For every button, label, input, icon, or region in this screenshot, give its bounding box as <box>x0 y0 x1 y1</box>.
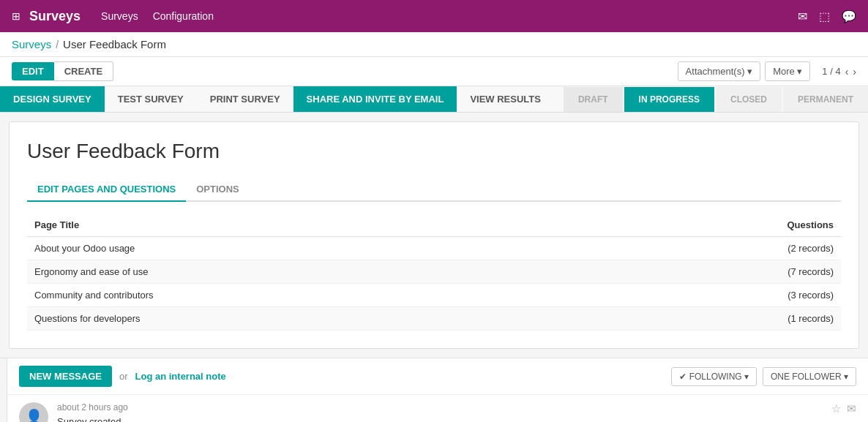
status-pipeline: DRAFT IN PROGRESS CLOSED PERMANENT <box>564 87 868 112</box>
app-grid-icon[interactable]: ⊞ <box>12 10 20 22</box>
inner-tabs: EDIT PAGES AND QUESTIONS OPTIONS <box>27 178 841 202</box>
more-button[interactable]: More ▾ <box>765 61 810 81</box>
chat-icon[interactable]: 💬 <box>842 10 856 23</box>
breadcrumb: Surveys / User Feedback Form <box>0 32 868 57</box>
message-actions: ☆ ✉ <box>831 402 856 415</box>
tab-print-survey[interactable]: PRINT SURVEY <box>197 86 293 112</box>
inner-tab-editpages[interactable]: EDIT PAGES AND QUESTIONS <box>27 178 186 202</box>
create-button[interactable]: CREATE <box>54 61 113 81</box>
inner-tab-options[interactable]: OPTIONS <box>186 178 250 202</box>
tab-design-survey[interactable]: DESIGN SURVEY <box>0 86 105 112</box>
status-closed[interactable]: CLOSED <box>716 87 782 112</box>
nav-surveys[interactable]: Surveys <box>101 10 138 22</box>
form-title: User Feedback Form <box>27 140 841 163</box>
table-row[interactable]: Questions for developers(1 records) <box>27 307 841 331</box>
next-button[interactable]: › <box>853 66 856 78</box>
cell-page-title: Ergonomy and ease of use <box>27 260 585 284</box>
cell-page-title: Questions for developers <box>27 307 585 331</box>
table-row[interactable]: Ergonomy and ease of use(7 records) <box>27 260 841 284</box>
cell-page-title: About your Odoo usage <box>27 237 585 260</box>
breadcrumb-separator: / <box>56 39 59 50</box>
edit-button[interactable]: EDIT <box>12 62 54 80</box>
following-button[interactable]: ✔ FOLLOWING ▾ <box>671 367 757 386</box>
cell-questions: (2 records) <box>585 237 841 260</box>
message-body: about 2 hours ago Survey created <box>57 402 823 422</box>
brand-logo: Surveys <box>29 9 81 24</box>
top-nav: ⊞ Surveys Surveys Configuration ✉ ⬚ 💬 <box>0 0 868 32</box>
nav-right-icons: ✉ ⬚ 💬 <box>798 10 856 23</box>
message-time: about 2 hours ago <box>57 402 823 412</box>
chatter-right-buttons: ✔ FOLLOWING ▾ ONE FOLLOWER ▾ <box>671 367 856 386</box>
col-questions: Questions <box>585 214 841 237</box>
chatter-actions: NEW MESSAGE or Log an internal note ✔ FO… <box>7 358 868 395</box>
follower-button[interactable]: ONE FOLLOWER ▾ <box>763 367 856 386</box>
chatter-left-bar <box>0 358 7 422</box>
chatter: NEW MESSAGE or Log an internal note ✔ FO… <box>0 358 868 422</box>
breadcrumb-current: User Feedback Form <box>63 38 166 50</box>
nav-links: Surveys Configuration <box>101 10 798 22</box>
breadcrumb-parent[interactable]: Surveys <box>12 38 51 50</box>
avatar: 👤 <box>19 402 48 422</box>
pagination: 1 / 4 ‹ › <box>822 66 856 78</box>
table-row[interactable]: Community and contributors(3 records) <box>27 284 841 307</box>
action-bar: EDIT CREATE Attachment(s) ▾ More ▾ 1 / 4… <box>0 57 868 86</box>
or-text: or <box>119 371 128 382</box>
tab-share-invite[interactable]: SHARE AND INVITE BY EMAIL <box>293 86 457 112</box>
cell-questions: (7 records) <box>585 260 841 284</box>
message-text: Survey created <box>57 416 121 422</box>
reply-icon[interactable]: ✉ <box>847 402 856 415</box>
prev-button[interactable]: ‹ <box>845 66 849 78</box>
log-note-link[interactable]: Log an internal note <box>135 371 226 382</box>
table-row[interactable]: About your Odoo usage(2 records) <box>27 237 841 260</box>
email-icon[interactable]: ✉ <box>798 10 807 23</box>
nav-configuration[interactable]: Configuration <box>153 10 214 22</box>
star-icon[interactable]: ☆ <box>831 402 841 415</box>
cell-questions: (3 records) <box>585 284 841 307</box>
main-content: User Feedback Form EDIT PAGES AND QUESTI… <box>9 121 859 349</box>
status-inprogress[interactable]: IN PROGRESS <box>624 87 714 112</box>
chatter-main: NEW MESSAGE or Log an internal note ✔ FO… <box>7 358 868 422</box>
cell-page-title: Community and contributors <box>27 284 585 307</box>
tab-view-results[interactable]: VIEW RESULTS <box>457 86 554 112</box>
new-message-button[interactable]: NEW MESSAGE <box>19 366 112 387</box>
pages-table: Page Title Questions About your Odoo usa… <box>27 214 841 331</box>
chatter-message: 👤 about 2 hours ago Survey created ☆ ✉ <box>7 395 868 422</box>
tab-test-survey[interactable]: TEST SURVEY <box>105 86 197 112</box>
status-permanent[interactable]: PERMANENT <box>783 87 868 112</box>
pagination-count: 1 / 4 <box>822 66 840 77</box>
col-page-title: Page Title <box>27 214 585 237</box>
cell-questions: (1 records) <box>585 307 841 331</box>
login-icon[interactable]: ⬚ <box>819 10 830 23</box>
status-draft[interactable]: DRAFT <box>564 87 623 112</box>
tab-bar: DESIGN SURVEY TEST SURVEY PRINT SURVEY S… <box>0 86 868 113</box>
attachment-button[interactable]: Attachment(s) ▾ <box>678 61 761 81</box>
